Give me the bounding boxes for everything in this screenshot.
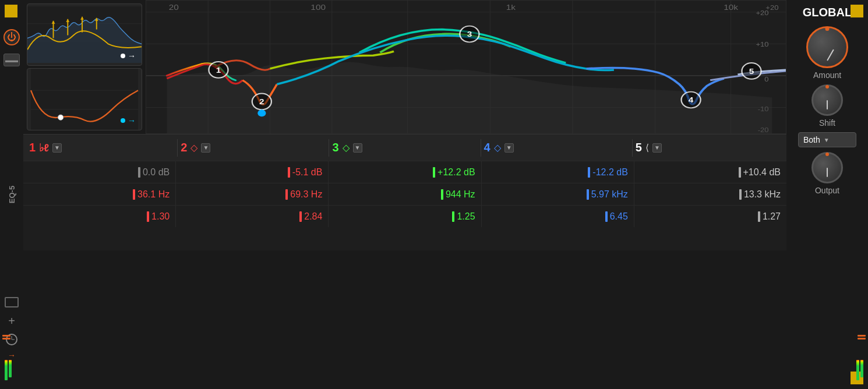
svg-text:1: 1 bbox=[216, 66, 221, 75]
window-icon[interactable] bbox=[5, 297, 19, 307]
freq-cell-3[interactable]: 944 Hz bbox=[329, 183, 481, 205]
mini-panels: → → bbox=[23, 0, 146, 134]
svg-point-14 bbox=[58, 115, 63, 120]
panels-row: → → bbox=[23, 0, 786, 134]
freq-bar-1 bbox=[133, 189, 135, 200]
both-dropdown-arrow: ▼ bbox=[824, 137, 830, 143]
sidebar-plus[interactable]: + bbox=[8, 314, 15, 328]
gain-bar-3 bbox=[433, 167, 435, 178]
panel-arrow-white[interactable]: → bbox=[121, 51, 136, 61]
q-cell-2[interactable]: 2.84 bbox=[176, 206, 329, 227]
gain-cell-4[interactable]: -12.2 dB bbox=[482, 161, 634, 183]
gain-row: 0.0 dB -5.1 dB +12.2 dB -12.2 dB +10.4 d… bbox=[23, 161, 786, 183]
output-knob-container: Output bbox=[811, 152, 843, 195]
eq-mini-panel[interactable]: → bbox=[27, 68, 142, 130]
gain-cell-5[interactable]: +10.4 dB bbox=[634, 161, 786, 183]
svg-text:10k: 10k bbox=[724, 3, 739, 12]
svg-text:0: 0 bbox=[764, 76, 769, 83]
freq-bar-5 bbox=[739, 189, 742, 200]
q-value-1: 1.30 bbox=[151, 211, 170, 222]
gain-bar-4 bbox=[588, 167, 590, 178]
band-5-dropdown[interactable]: ▼ bbox=[652, 143, 662, 153]
band-3-dropdown[interactable]: ▼ bbox=[353, 143, 362, 153]
freq-cell-4[interactable]: 5.97 kHz bbox=[482, 183, 634, 205]
svg-text:5: 5 bbox=[749, 67, 754, 76]
amount-label: Amount bbox=[813, 70, 841, 80]
panel-arrow-cyan[interactable]: → bbox=[121, 116, 136, 125]
band-2-dropdown[interactable]: ▼ bbox=[201, 143, 210, 153]
right-arrow-cyan: → bbox=[128, 116, 136, 125]
both-label: Both bbox=[803, 135, 820, 144]
output-label: Output bbox=[815, 186, 839, 195]
q-bar-5 bbox=[758, 211, 760, 222]
output-knob-dot bbox=[825, 153, 829, 156]
shift-knob-indicator bbox=[827, 100, 828, 109]
shift-label: Shift bbox=[819, 118, 835, 128]
freq-bar-4 bbox=[587, 189, 589, 200]
band-1-type-icon: ♭ℓ bbox=[39, 142, 49, 154]
band-header: 1 ♭ℓ ▼ 2 ◇ ▼ 3 ◇ ▼ 4 ◇ ▼ bbox=[23, 134, 786, 161]
yellow-rect-top-right bbox=[851, 5, 863, 17]
band-5-type-icon: ⟨ bbox=[645, 142, 649, 153]
band-1-number: 1 bbox=[29, 141, 36, 154]
shift-knob-dot bbox=[825, 85, 829, 89]
band-1-header[interactable]: 1 ♭ℓ ▼ bbox=[29, 141, 174, 154]
freq-cell-1[interactable]: 36.1 Hz bbox=[23, 183, 176, 205]
band-3-header[interactable]: 3 ◇ ▼ bbox=[332, 141, 477, 154]
band-2-header[interactable]: 2 ◇ ▼ bbox=[181, 141, 326, 154]
power-button[interactable]: ⏻ bbox=[3, 29, 20, 45]
gain-cell-3[interactable]: +12.2 dB bbox=[329, 161, 481, 183]
band-3-type-icon: ◇ bbox=[343, 142, 350, 153]
svg-text:100: 100 bbox=[310, 3, 326, 12]
left-vu-meter bbox=[5, 360, 12, 380]
band-divider-3 bbox=[481, 139, 481, 157]
arrow-dot-cyan bbox=[121, 118, 125, 123]
band-4-header[interactable]: 4 ◇ ▼ bbox=[484, 141, 629, 154]
q-bar-2 bbox=[299, 211, 302, 222]
spectrum-panel[interactable]: → bbox=[27, 3, 142, 66]
shift-knob[interactable] bbox=[811, 84, 843, 116]
gain-cell-1[interactable]: 0.0 dB bbox=[23, 161, 176, 183]
q-cell-3[interactable]: 1.25 bbox=[329, 206, 481, 227]
band-divider-4 bbox=[632, 139, 633, 157]
band-5-number: 5 bbox=[636, 141, 642, 154]
band-4-dropdown[interactable]: ▼ bbox=[504, 143, 514, 153]
amount-knob[interactable] bbox=[806, 26, 848, 68]
svg-text:4: 4 bbox=[689, 96, 694, 105]
arrow-dot-white bbox=[121, 54, 125, 58]
folder-icon: ▬▬ bbox=[5, 56, 18, 63]
band-divider-2 bbox=[329, 139, 329, 157]
q-bar-1 bbox=[147, 211, 149, 222]
q-cell-4[interactable]: 6.45 bbox=[482, 206, 634, 227]
svg-point-42 bbox=[257, 109, 266, 116]
freq-cell-5[interactable]: 13.3 kHz bbox=[634, 183, 786, 205]
right-arrow-white: → bbox=[128, 51, 136, 61]
freq-value-4: 5.97 kHz bbox=[591, 189, 628, 200]
band-2-number: 2 bbox=[181, 141, 187, 154]
band-3-number: 3 bbox=[332, 141, 338, 154]
controls-row: 1 ♭ℓ ▼ 2 ◇ ▼ 3 ◇ ▼ 4 ◇ ▼ bbox=[23, 134, 786, 250]
folder-button[interactable]: ▬▬ bbox=[3, 54, 20, 66]
gain-cell-2[interactable]: -5.1 dB bbox=[176, 161, 329, 183]
svg-text:1k: 1k bbox=[506, 3, 516, 12]
gain-value-4: -12.2 dB bbox=[592, 167, 627, 178]
q-cell-5[interactable]: 1.27 bbox=[634, 206, 786, 227]
both-dropdown[interactable]: Both ▼ bbox=[798, 132, 856, 147]
eq-display[interactable]: 20 100 1k 10k +20 +20 +10 0 -10 -20 bbox=[146, 0, 786, 134]
band-5-header[interactable]: 5 ⟨ ▼ bbox=[636, 141, 781, 154]
output-knob[interactable] bbox=[811, 152, 843, 183]
svg-text:+10: +10 bbox=[756, 41, 768, 48]
q-value-5: 1.27 bbox=[763, 211, 781, 222]
freq-value-2: 69.3 Hz bbox=[290, 189, 322, 200]
freq-cell-2[interactable]: 69.3 Hz bbox=[176, 183, 329, 205]
gain-bar-1 bbox=[138, 167, 140, 178]
band-divider-1 bbox=[177, 139, 178, 157]
amount-knob-indicator bbox=[827, 49, 834, 61]
left-sidebar: ⏻ ▬▬ EQ-5 + → bbox=[0, 0, 23, 389]
freq-row: 36.1 Hz 69.3 Hz 944 Hz 5.97 kHz 13.3 kHz bbox=[23, 183, 786, 205]
global-title: GLOBAL bbox=[803, 6, 852, 19]
band-1-dropdown[interactable]: ▼ bbox=[52, 143, 62, 153]
output-arrow-left: → bbox=[8, 351, 16, 360]
q-value-3: 1.25 bbox=[457, 211, 475, 222]
q-cell-1[interactable]: 1.30 bbox=[23, 206, 176, 227]
